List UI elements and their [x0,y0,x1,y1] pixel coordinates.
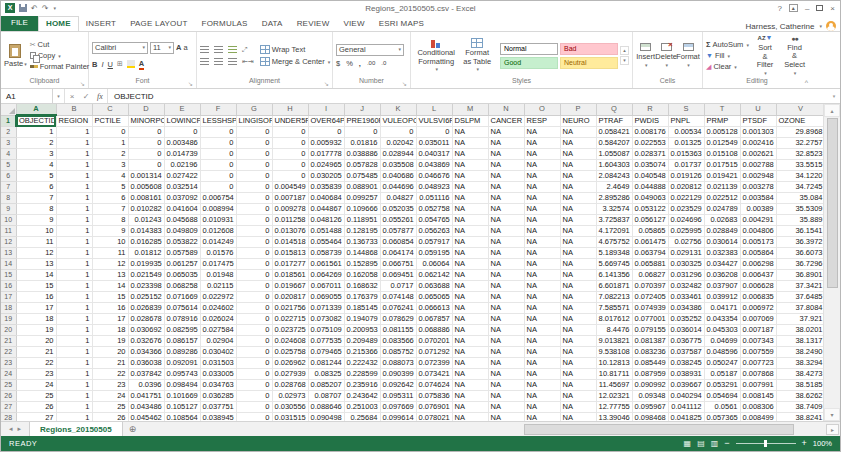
cell-R25[interactable]: 0.090992 [632,380,668,391]
cell-G3[interactable]: 0 [236,138,272,149]
cell-J22[interactable]: 0.215366 [344,347,380,358]
cell-E3[interactable]: 0.003486 [164,138,200,149]
column-header-B[interactable]: B [56,104,92,115]
cell-H5[interactable]: 0 [272,160,308,171]
cell-D19[interactable]: 0.028678 [128,314,164,325]
cell-Q26[interactable]: 12.02321 [596,391,632,402]
cell-F19[interactable]: 0.026024 [200,314,236,325]
cell-U18[interactable]: 0.006972 [740,303,776,314]
cell-G16[interactable]: 0 [236,281,272,292]
cell-Q19[interactable]: 8.017612 [596,314,632,325]
zoom-level[interactable]: 100% [813,439,832,448]
cell-A4[interactable]: 3 [16,149,56,160]
cell-C11[interactable]: 9 [92,226,128,237]
cell-K11[interactable]: 0.057877 [380,226,416,237]
cell-S13[interactable]: 0.029131 [668,248,704,259]
next-sheet-icon[interactable]: ▸ [18,425,22,433]
cell-O4[interactable]: NA [524,149,560,160]
cell-H28[interactable]: 0.031515 [272,413,308,422]
cell-F3[interactable]: 0 [200,138,236,149]
cell-G4[interactable]: 0 [236,149,272,160]
cell-S8[interactable]: 0.022129 [668,193,704,204]
cell-F10[interactable]: 0.010931 [200,215,236,226]
cell-A25[interactable]: 24 [16,380,56,391]
cell-N23[interactable]: NA [488,358,524,369]
cell-L8[interactable]: 0.051116 [416,193,452,204]
cell-D9[interactable]: 0.010282 [128,204,164,215]
cell-I22[interactable]: 0.079465 [308,347,344,358]
cell-V2[interactable]: 29.8968 [776,127,825,138]
cell-Q24[interactable]: 10.81711 [596,369,632,380]
cell-F27[interactable]: 0.037751 [200,402,236,413]
cell-G12[interactable]: 0 [236,237,272,248]
cell-T10[interactable]: 0.02683 [704,215,740,226]
cell-K18[interactable]: 0.076241 [380,303,416,314]
cell-U5[interactable]: 0.002788 [740,160,776,171]
cell-A17[interactable]: 16 [16,292,56,303]
cell-H26[interactable]: 0.02973 [272,391,308,402]
cell-J10[interactable]: 0.118951 [344,215,380,226]
cell-L1[interactable]: VULSVI6PCT [416,115,452,127]
cell-B18[interactable]: 1 [56,303,92,314]
cell-K26[interactable]: 0.095311 [380,391,416,402]
cell-N4[interactable]: NA [488,149,524,160]
cell-D25[interactable]: 0.0396 [128,380,164,391]
cell-N16[interactable]: NA [488,281,524,292]
cell-R16[interactable]: 0.070397 [632,281,668,292]
cell-L16[interactable]: 0.063688 [416,281,452,292]
cell-A10[interactable]: 9 [16,215,56,226]
cell-O1[interactable]: RESP [524,115,560,127]
cell-A21[interactable]: 20 [16,336,56,347]
cell-O27[interactable]: NA [524,402,560,413]
cell-M21[interactable]: NA [452,336,488,347]
cell-K19[interactable]: 0.078629 [380,314,416,325]
cell-H22[interactable]: 0.025758 [272,347,308,358]
cell-N20[interactable]: NA [488,325,524,336]
cell-U12[interactable]: 0.005173 [740,237,776,248]
zoom-slider-thumb[interactable] [764,440,767,447]
cell-F16[interactable]: 0.02115 [200,281,236,292]
cell-N21[interactable]: NA [488,336,524,347]
cell-H24[interactable]: 0.027939 [272,369,308,380]
cell-M2[interactable]: NA [452,127,488,138]
column-header-U[interactable]: U [740,104,776,115]
cell-T1[interactable]: PRMP [704,115,740,127]
cell-Q15[interactable]: 6.141356 [596,270,632,281]
cell-K21[interactable]: 0.083566 [380,336,416,347]
cell-K27[interactable]: 0.097669 [380,402,416,413]
cell-H14[interactable]: 0.017277 [272,259,308,270]
cell-U11[interactable]: 0.004806 [740,226,776,237]
cell-H4[interactable]: 0 [272,149,308,160]
cell-E11[interactable]: 0.049809 [164,226,200,237]
tab-home[interactable]: HOME [38,16,79,31]
cell-V14[interactable]: 36.7296 [776,259,825,270]
cell-A13[interactable]: 12 [16,248,56,259]
cell-N24[interactable]: NA [488,369,524,380]
cell-I15[interactable]: 0.064269 [308,270,344,281]
cell-D20[interactable]: 0.030692 [128,325,164,336]
cell-N2[interactable]: NA [488,127,524,138]
cell-P25[interactable]: NA [560,380,596,391]
cell-M8[interactable]: NA [452,193,488,204]
cell-G25[interactable]: 0 [236,380,272,391]
cell-S14[interactable]: 0.030325 [668,259,704,270]
cell-B27[interactable]: 1 [56,402,92,413]
tab-page-layout[interactable]: PAGE LAYOUT [123,17,194,31]
cell-M18[interactable]: NA [452,303,488,314]
insert-function-icon[interactable]: fx [93,89,107,103]
cell-U19[interactable]: 0.007069 [740,314,776,325]
cell-E9[interactable]: 0.041604 [164,204,200,215]
font-size-select[interactable]: 11▾ [150,42,174,54]
cell-M9[interactable]: NA [452,204,488,215]
cell-M6[interactable]: NA [452,171,488,182]
cell-S25[interactable]: 0.039667 [668,380,704,391]
column-header-S[interactable]: S [668,104,704,115]
cell-D26[interactable]: 0.041751 [128,391,164,402]
cell-P1[interactable]: NEURO [560,115,596,127]
autosum-button[interactable]: ΣAutoSum▾ [706,40,749,49]
column-header-V[interactable]: V [776,104,825,115]
delete-cells-button[interactable]: Delete▾ [655,34,677,77]
cell-I2[interactable]: 0 [308,127,344,138]
cell-B16[interactable]: 1 [56,281,92,292]
cell-F13[interactable]: 0.01576 [200,248,236,259]
